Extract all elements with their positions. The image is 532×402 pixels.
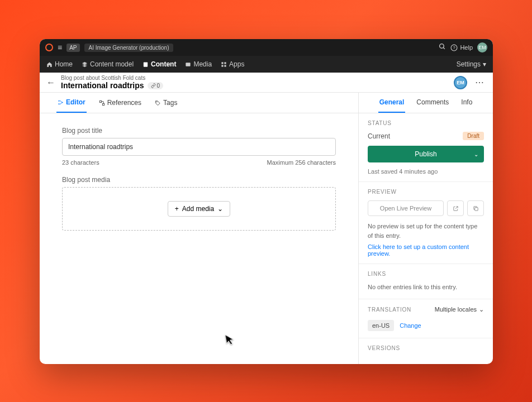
status-badge: Draft [463,132,484,140]
topbar: ≡ AP AI Image Generator (production) ? H… [40,39,493,56]
svg-rect-7 [224,62,226,64]
preview-heading: Preview [368,189,484,195]
media-field-label: Blog post media [62,176,336,184]
chevron-down-icon: ⌄ [217,205,223,213]
tab-editor[interactable]: Editor [56,93,87,113]
more-menu[interactable]: ⋯ [473,77,486,88]
svg-rect-6 [221,62,223,64]
svg-point-0 [440,44,444,49]
current-label: Current [368,132,390,140]
translation-section: Translation Multiple locales ⌄ en-US Cha… [359,299,493,338]
versions-section: Versions [359,338,493,363]
change-locale-link[interactable]: Change [400,322,421,329]
form-body: Blog post title 23 characters Maximum 25… [40,113,358,254]
tab-tags[interactable]: Tags [154,93,178,113]
app-name[interactable]: AI Image Generator (production) [84,44,174,52]
chevron-down-icon: ⌄ [474,151,478,157]
svg-rect-4 [144,62,148,66]
svg-text:?: ? [453,45,455,50]
locales-dropdown[interactable]: Multiple locales ⌄ [435,306,484,313]
versions-heading: Versions [368,345,484,351]
help-button[interactable]: ? Help [450,44,473,51]
app-window: ≡ AP AI Image Generator (production) ? H… [40,39,493,364]
project-badge: AP [66,44,79,52]
svg-rect-14 [102,103,104,105]
nav-content[interactable]: Content [142,57,176,71]
link-count-badge[interactable]: 0 [148,82,164,89]
logo-icon [45,44,53,51]
page-title: International roadtrips 0 [61,81,448,90]
translation-heading: Translation [368,307,411,313]
title-field-label: Blog post title [62,127,336,135]
no-preview-text: No preview is set up for the content typ… [368,222,484,240]
tab-references[interactable]: References [98,93,142,113]
side-tab-comments[interactable]: Comments [415,93,450,113]
copy-icon[interactable] [467,200,484,216]
svg-rect-9 [224,65,226,66]
links-text: No other entries link to this entry. [368,283,484,292]
links-section: Links No other entries link to this entr… [359,264,493,299]
title-input[interactable] [62,138,336,156]
search-icon[interactable] [439,43,446,52]
help-label: Help [460,44,473,51]
setup-preview-link[interactable]: Click here to set up a custom content pr… [368,243,484,257]
nav-apps[interactable]: Apps [221,57,244,71]
open-live-preview-button[interactable]: Open Live Preview [368,200,444,216]
links-heading: Links [368,271,484,277]
svg-point-11 [58,103,59,104]
main-pane: Editor References Tags Blog post title 2… [40,93,359,364]
open-external-icon[interactable] [447,200,464,216]
svg-point-15 [156,102,157,102]
svg-point-10 [58,100,59,101]
char-max: Maximum 256 characters [267,159,336,166]
hamburger-icon[interactable]: ≡ [58,43,62,52]
svg-rect-8 [221,65,223,66]
svg-rect-5 [186,63,191,66]
chevron-down-icon: ⌄ [479,306,484,313]
last-saved: Last saved 4 minutes ago [368,168,484,175]
side-tab-info[interactable]: Info [460,93,473,113]
publish-button[interactable]: Publish ⌄ [368,146,484,162]
media-dropzone[interactable]: + Add media ⌄ [62,187,336,231]
svg-rect-16 [474,207,478,210]
add-media-button[interactable]: + Add media ⌄ [168,201,230,217]
svg-line-1 [444,47,445,49]
user-avatar-top[interactable]: EM [477,42,487,52]
preview-section: Preview Open Live Preview No preview is … [359,182,493,264]
entry-header: ← Blog post about Scottish Fold cats Int… [40,73,493,93]
nav-media[interactable]: Media [185,57,212,71]
locale-chip: en-US [368,320,394,331]
nav-settings[interactable]: Settings ▾ [457,60,486,68]
side-tab-general[interactable]: General [378,93,406,113]
user-avatar[interactable]: EM [454,76,467,89]
sidebar-tabs: General Comments Info [359,93,493,113]
svg-rect-13 [99,100,101,102]
chevron-down-icon: ▾ [483,60,486,68]
navbar: Home Content model Content Media Apps Se… [40,56,493,73]
back-button[interactable]: ← [46,78,55,88]
sidebar: General Comments Info Status Current Dra… [359,93,493,364]
status-section: Status Current Draft Publish ⌄ Last save… [359,113,493,182]
nav-home[interactable]: Home [46,57,73,71]
breadcrumb: Blog post about Scottish Fold cats [61,75,448,81]
plus-icon: + [175,205,179,213]
char-count: 23 characters [62,159,99,166]
status-heading: Status [368,120,484,126]
main-tabs: Editor References Tags [40,93,358,113]
nav-content-model[interactable]: Content model [82,57,134,71]
